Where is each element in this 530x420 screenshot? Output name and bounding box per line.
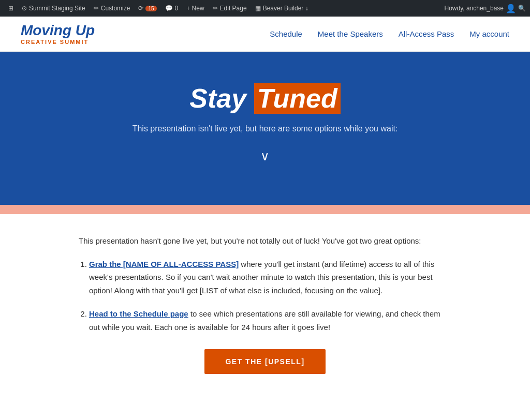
nav-account[interactable]: My account — [469, 29, 509, 38]
edit-page-label: Edit Page — [220, 5, 247, 12]
admin-site-name: Summit Staging Site — [29, 5, 85, 12]
customize-icon: ✏ — [94, 5, 99, 12]
admin-new-link[interactable]: + New — [182, 0, 208, 17]
site-header: Moving Up Creative Summit Schedule Meet … — [0, 17, 530, 52]
new-label: + New — [186, 5, 204, 12]
search-icon[interactable]: 🔍 — [518, 5, 526, 12]
content-section: This presentation hasn't gone live yet, … — [68, 214, 462, 416]
all-access-pass-link[interactable]: Grab the [NAME OF ALL-ACCESS PASS] — [89, 260, 239, 268]
hero-chevron-icon: ∨ — [10, 149, 520, 163]
site-logo[interactable]: Moving Up Creative Summit — [21, 23, 95, 45]
peach-divider — [0, 205, 530, 214]
hero-subtitle: This presentation isn't live yet, but he… — [10, 124, 520, 133]
cta-container: GET THE [UPSELL] — [79, 349, 451, 374]
logo-main-text: Moving Up — [21, 23, 95, 39]
logo-sub-text: Creative Summit — [21, 39, 95, 45]
nav-speakers[interactable]: Meet the Speakers — [318, 29, 383, 38]
list-item-1: Grab the [NAME OF ALL-ACCESS PASS] where… — [89, 258, 451, 297]
nav-pass[interactable]: All-Access Pass — [399, 29, 454, 38]
nav-schedule[interactable]: Schedule — [270, 29, 302, 38]
updates-badge: 15 — [145, 6, 156, 11]
main-navigation: Schedule Meet the Speakers All-Access Pa… — [270, 29, 509, 38]
hero-section: Stay Tuned This presentation isn't live … — [0, 52, 530, 205]
updates-icon: ⟳ — [138, 5, 143, 12]
options-list: Grab the [NAME OF ALL-ACCESS PASS] where… — [89, 258, 451, 334]
schedule-page-link[interactable]: Head to the Schedule page — [89, 309, 188, 318]
admin-updates-link[interactable]: ⟳ 15 — [134, 0, 160, 17]
admin-bar: ⊞ ⊙ Summit Staging Site ✏ Customize ⟳ 15… — [0, 0, 530, 17]
admin-bar-right: Howdy, anchen_base 👤 🔍 — [444, 4, 526, 13]
admin-site-link[interactable]: ⊙ Summit Staging Site — [18, 0, 90, 17]
list-item-2: Head to the Schedule page to see which p… — [89, 307, 451, 334]
admin-comments-link[interactable]: 💬 0 — [161, 0, 183, 17]
edit-icon: ✏ — [213, 5, 218, 12]
admin-edit-page-link[interactable]: ✏ Edit Page — [209, 0, 251, 17]
hero-title-highlight: Tuned — [254, 83, 341, 114]
wp-logo-icon: ⊞ — [8, 5, 13, 12]
user-avatar-icon: 👤 — [506, 4, 516, 13]
site-icon: ⊙ — [22, 5, 27, 12]
beaver-icon: ▦ — [255, 5, 261, 12]
admin-wp-icon[interactable]: ⊞ — [4, 0, 18, 17]
admin-customize-link[interactable]: ✏ Customize — [90, 0, 135, 17]
admin-beaver-builder-link[interactable]: ▦ Beaver Builder ↓ — [251, 0, 313, 17]
hero-title: Stay Tuned — [189, 83, 340, 114]
comments-icon: 💬 — [165, 5, 173, 12]
content-intro: This presentation hasn't gone live yet, … — [79, 235, 451, 247]
upsell-cta-button[interactable]: GET THE [UPSELL] — [204, 349, 325, 374]
howdy-text: Howdy, anchen_base — [444, 5, 504, 12]
